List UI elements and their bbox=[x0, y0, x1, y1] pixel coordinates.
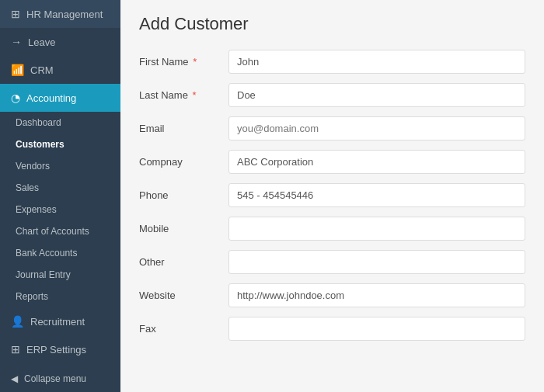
collapse-icon: ◀ bbox=[11, 373, 18, 384]
add-customer-form: First Name *Last Name *EmailCompnayPhone… bbox=[139, 50, 525, 341]
form-row-last-name: Last Name * bbox=[139, 83, 525, 107]
label-other: Other bbox=[139, 256, 228, 268]
sidebar-subitem-expenses[interactable]: Expenses bbox=[0, 199, 120, 220]
input-email[interactable] bbox=[228, 116, 525, 140]
sidebar-item-label: Accounting bbox=[26, 92, 76, 104]
form-row-mobile: Mobile bbox=[139, 217, 525, 241]
input-company[interactable] bbox=[228, 150, 525, 174]
form-row-fax: Fax bbox=[139, 317, 525, 341]
sidebar-item-accounting[interactable]: ◔ Accounting bbox=[0, 84, 120, 112]
input-fax[interactable] bbox=[228, 317, 525, 341]
label-website: Website bbox=[139, 290, 228, 301]
label-company: Compnay bbox=[139, 156, 228, 168]
collapse-menu-button[interactable]: ◀ Collapse menu bbox=[0, 366, 120, 392]
label-email: Email bbox=[139, 123, 228, 134]
sidebar-subitem-journal-entry[interactable]: Journal Entry bbox=[0, 264, 120, 286]
sidebar-subitem-chart-of-accounts[interactable]: Chart of Accounts bbox=[0, 220, 120, 242]
main-content: Add Customer First Name *Last Name *Emai… bbox=[120, 0, 544, 392]
sidebar-subitem-vendors[interactable]: Vendors bbox=[0, 155, 120, 177]
accounting-icon: ◔ bbox=[11, 92, 20, 104]
sidebar-item-label: CRM bbox=[30, 64, 54, 76]
input-website[interactable] bbox=[228, 283, 525, 307]
erp-settings-icon: ⊞ bbox=[11, 343, 20, 356]
label-phone: Phone bbox=[139, 189, 228, 201]
sidebar-subitem-customers[interactable]: Customers bbox=[0, 134, 120, 155]
accounting-submenu: Dashboard Customers Vendors Sales Expens… bbox=[0, 112, 120, 307]
hr-icon: ⊞ bbox=[11, 8, 20, 20]
sidebar-subitem-dashboard[interactable]: Dashboard bbox=[0, 112, 120, 134]
form-row-phone: Phone bbox=[139, 183, 525, 207]
sidebar-item-hr-management[interactable]: ⊞ HR Management bbox=[0, 0, 120, 28]
page-title: Add Customer bbox=[139, 14, 525, 34]
sidebar-item-label: ERP Settings bbox=[26, 344, 86, 356]
required-indicator: * bbox=[190, 89, 197, 101]
sidebar: ⊞ HR Management → Leave 📶 CRM ◔ Accounti… bbox=[0, 0, 120, 392]
sidebar-subitem-reports[interactable]: Reports bbox=[0, 286, 120, 307]
form-row-website: Website bbox=[139, 283, 525, 307]
form-row-first-name: First Name * bbox=[139, 50, 525, 74]
sidebar-item-label: HR Management bbox=[26, 9, 103, 20]
sidebar-subitem-bank-accounts[interactable]: Bank Accounts bbox=[0, 242, 120, 264]
sidebar-item-erp-settings[interactable]: ⊞ ERP Settings bbox=[0, 335, 120, 363]
input-phone[interactable] bbox=[228, 183, 525, 207]
sidebar-item-label: Recruitment bbox=[30, 316, 85, 328]
sidebar-item-crm[interactable]: 📶 CRM bbox=[0, 56, 120, 84]
form-row-other: Other bbox=[139, 250, 525, 274]
input-last-name[interactable] bbox=[228, 83, 525, 107]
sidebar-item-label: Leave bbox=[28, 36, 55, 48]
sidebar-subitem-sales[interactable]: Sales bbox=[0, 177, 120, 199]
input-mobile[interactable] bbox=[228, 217, 525, 241]
label-mobile: Mobile bbox=[139, 223, 228, 234]
form-row-company: Compnay bbox=[139, 150, 525, 174]
sidebar-item-leave[interactable]: → Leave bbox=[0, 28, 120, 56]
form-row-email: Email bbox=[139, 116, 525, 140]
leave-icon: → bbox=[11, 36, 22, 48]
required-indicator: * bbox=[190, 56, 197, 68]
label-fax: Fax bbox=[139, 323, 228, 335]
label-first-name: First Name * bbox=[139, 56, 228, 68]
label-last-name: Last Name * bbox=[139, 89, 228, 101]
sidebar-item-recruitment[interactable]: 👤 Recruitment bbox=[0, 307, 120, 335]
recruitment-icon: 👤 bbox=[11, 315, 24, 328]
crm-icon: 📶 bbox=[11, 64, 24, 76]
input-other[interactable] bbox=[228, 250, 525, 274]
input-first-name[interactable] bbox=[228, 50, 525, 74]
